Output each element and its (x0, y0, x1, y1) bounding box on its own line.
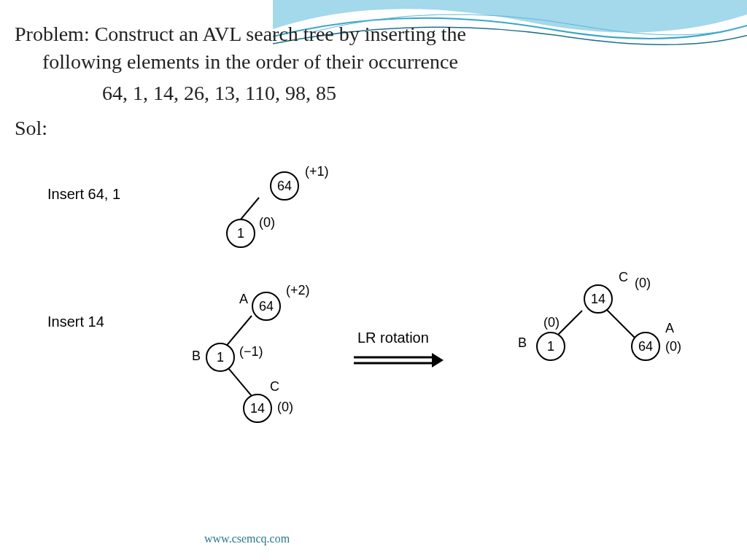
step2-label: Insert 14 (47, 314, 104, 330)
tree1-bal-1: (0) (259, 215, 275, 230)
rotation-label: LR rotation (357, 330, 429, 346)
tree3-label-A: A (665, 321, 674, 336)
tree3-bal-14: (0) (635, 276, 651, 291)
tree3-node-14: 14 (584, 284, 613, 314)
tree3-bal-1: (0) (543, 315, 560, 330)
tree2-label-A: A (239, 292, 248, 307)
double-arrow-icon (350, 350, 445, 372)
tree3-node-64: 64 (631, 332, 660, 361)
tree2-node-14: 14 (243, 394, 272, 423)
edge (224, 363, 253, 397)
tree3-node-1: 1 (536, 332, 565, 361)
tree2-label-B: B (192, 349, 201, 364)
step1-label: Insert 64, 1 (47, 186, 120, 203)
edge (233, 197, 260, 228)
edge (223, 315, 252, 349)
tree1-node-1: 1 (226, 219, 255, 248)
tree2-bal-1: (−1) (239, 344, 263, 359)
tree1-node-64: 64 (270, 171, 299, 201)
tree1-bal-64: (+1) (305, 164, 329, 179)
problem-line1: Problem: Construct an AVL search tree by… (15, 20, 715, 48)
tree2-node-1: 1 (206, 343, 235, 372)
svg-marker-2 (432, 353, 444, 368)
tree2-bal-14: (0) (277, 400, 293, 415)
tree3-bal-64: (0) (665, 339, 681, 354)
tree2-node-64: 64 (252, 292, 281, 321)
footer-url: www.csemcq.com (204, 532, 290, 545)
solution-label: Sol: (15, 117, 47, 140)
tree3-label-C: C (619, 270, 628, 285)
problem-statement: Problem: Construct an AVL search tree by… (15, 20, 715, 76)
tree2-label-C: C (270, 379, 279, 394)
problem-line2: following elements in the order of their… (15, 48, 715, 76)
tree3-label-B: B (518, 335, 527, 351)
edge (548, 310, 582, 344)
edge (605, 308, 639, 342)
insertion-sequence: 64, 1, 14, 26, 13, 110, 98, 85 (102, 82, 336, 105)
tree2-bal-64: (+2) (286, 283, 310, 298)
